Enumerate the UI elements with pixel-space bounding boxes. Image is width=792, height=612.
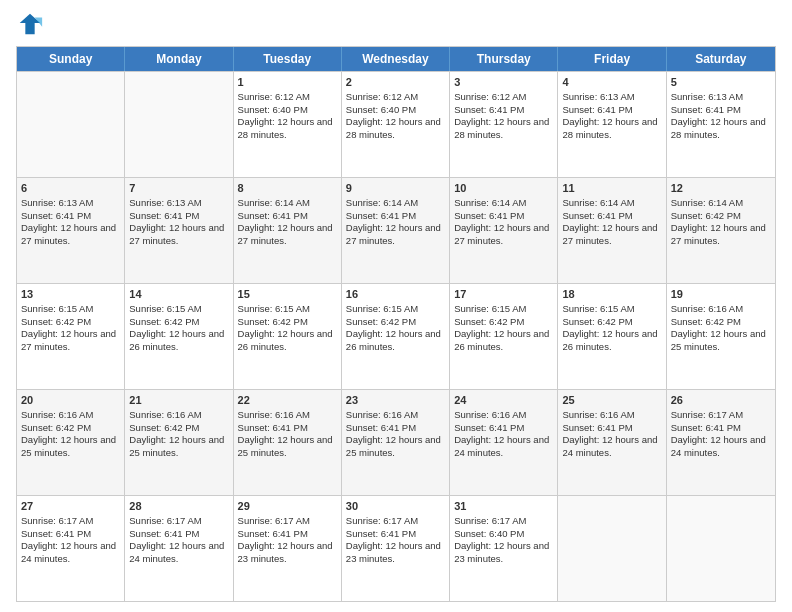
day-info: Sunrise: 6:12 AM Sunset: 6:41 PM Dayligh… — [454, 91, 549, 140]
svg-marker-0 — [20, 14, 41, 35]
day-cell-10: 10Sunrise: 6:14 AM Sunset: 6:41 PM Dayli… — [450, 178, 558, 283]
day-info: Sunrise: 6:15 AM Sunset: 6:42 PM Dayligh… — [346, 303, 441, 352]
day-cell-11: 11Sunrise: 6:14 AM Sunset: 6:41 PM Dayli… — [558, 178, 666, 283]
day-cell-9: 9Sunrise: 6:14 AM Sunset: 6:41 PM Daylig… — [342, 178, 450, 283]
day-number: 24 — [454, 393, 553, 408]
day-header-wednesday: Wednesday — [342, 47, 450, 71]
day-info: Sunrise: 6:16 AM Sunset: 6:41 PM Dayligh… — [454, 409, 549, 458]
calendar-header: SundayMondayTuesdayWednesdayThursdayFrid… — [17, 47, 775, 71]
day-number: 2 — [346, 75, 445, 90]
day-number: 31 — [454, 499, 553, 514]
day-info: Sunrise: 6:16 AM Sunset: 6:41 PM Dayligh… — [562, 409, 657, 458]
day-cell-3: 3Sunrise: 6:12 AM Sunset: 6:41 PM Daylig… — [450, 72, 558, 177]
day-info: Sunrise: 6:12 AM Sunset: 6:40 PM Dayligh… — [346, 91, 441, 140]
calendar-week-5: 27Sunrise: 6:17 AM Sunset: 6:41 PM Dayli… — [17, 495, 775, 601]
empty-cell — [125, 72, 233, 177]
day-number: 25 — [562, 393, 661, 408]
day-info: Sunrise: 6:16 AM Sunset: 6:42 PM Dayligh… — [671, 303, 766, 352]
day-cell-2: 2Sunrise: 6:12 AM Sunset: 6:40 PM Daylig… — [342, 72, 450, 177]
day-number: 16 — [346, 287, 445, 302]
calendar-week-4: 20Sunrise: 6:16 AM Sunset: 6:42 PM Dayli… — [17, 389, 775, 495]
day-info: Sunrise: 6:14 AM Sunset: 6:41 PM Dayligh… — [454, 197, 549, 246]
day-info: Sunrise: 6:14 AM Sunset: 6:41 PM Dayligh… — [346, 197, 441, 246]
empty-cell — [17, 72, 125, 177]
day-number: 7 — [129, 181, 228, 196]
day-header-sunday: Sunday — [17, 47, 125, 71]
day-cell-18: 18Sunrise: 6:15 AM Sunset: 6:42 PM Dayli… — [558, 284, 666, 389]
day-info: Sunrise: 6:15 AM Sunset: 6:42 PM Dayligh… — [562, 303, 657, 352]
day-header-tuesday: Tuesday — [234, 47, 342, 71]
day-cell-19: 19Sunrise: 6:16 AM Sunset: 6:42 PM Dayli… — [667, 284, 775, 389]
day-cell-26: 26Sunrise: 6:17 AM Sunset: 6:41 PM Dayli… — [667, 390, 775, 495]
day-cell-4: 4Sunrise: 6:13 AM Sunset: 6:41 PM Daylig… — [558, 72, 666, 177]
day-info: Sunrise: 6:16 AM Sunset: 6:42 PM Dayligh… — [129, 409, 224, 458]
day-info: Sunrise: 6:13 AM Sunset: 6:41 PM Dayligh… — [21, 197, 116, 246]
day-number: 26 — [671, 393, 771, 408]
day-cell-15: 15Sunrise: 6:15 AM Sunset: 6:42 PM Dayli… — [234, 284, 342, 389]
day-number: 30 — [346, 499, 445, 514]
day-info: Sunrise: 6:14 AM Sunset: 6:41 PM Dayligh… — [238, 197, 333, 246]
day-number: 28 — [129, 499, 228, 514]
day-number: 8 — [238, 181, 337, 196]
day-number: 20 — [21, 393, 120, 408]
calendar-week-1: 1Sunrise: 6:12 AM Sunset: 6:40 PM Daylig… — [17, 71, 775, 177]
day-cell-1: 1Sunrise: 6:12 AM Sunset: 6:40 PM Daylig… — [234, 72, 342, 177]
day-number: 1 — [238, 75, 337, 90]
day-info: Sunrise: 6:17 AM Sunset: 6:41 PM Dayligh… — [671, 409, 766, 458]
day-info: Sunrise: 6:17 AM Sunset: 6:41 PM Dayligh… — [238, 515, 333, 564]
day-number: 21 — [129, 393, 228, 408]
day-info: Sunrise: 6:15 AM Sunset: 6:42 PM Dayligh… — [129, 303, 224, 352]
calendar-body: 1Sunrise: 6:12 AM Sunset: 6:40 PM Daylig… — [17, 71, 775, 601]
day-cell-16: 16Sunrise: 6:15 AM Sunset: 6:42 PM Dayli… — [342, 284, 450, 389]
day-info: Sunrise: 6:17 AM Sunset: 6:41 PM Dayligh… — [346, 515, 441, 564]
day-number: 13 — [21, 287, 120, 302]
day-cell-5: 5Sunrise: 6:13 AM Sunset: 6:41 PM Daylig… — [667, 72, 775, 177]
empty-cell — [558, 496, 666, 601]
header — [16, 10, 776, 38]
day-number: 29 — [238, 499, 337, 514]
day-cell-6: 6Sunrise: 6:13 AM Sunset: 6:41 PM Daylig… — [17, 178, 125, 283]
calendar-week-2: 6Sunrise: 6:13 AM Sunset: 6:41 PM Daylig… — [17, 177, 775, 283]
day-cell-20: 20Sunrise: 6:16 AM Sunset: 6:42 PM Dayli… — [17, 390, 125, 495]
day-info: Sunrise: 6:15 AM Sunset: 6:42 PM Dayligh… — [21, 303, 116, 352]
calendar: SundayMondayTuesdayWednesdayThursdayFrid… — [16, 46, 776, 602]
day-cell-14: 14Sunrise: 6:15 AM Sunset: 6:42 PM Dayli… — [125, 284, 233, 389]
logo-icon — [16, 10, 44, 38]
day-number: 5 — [671, 75, 771, 90]
day-cell-24: 24Sunrise: 6:16 AM Sunset: 6:41 PM Dayli… — [450, 390, 558, 495]
day-info: Sunrise: 6:17 AM Sunset: 6:41 PM Dayligh… — [21, 515, 116, 564]
day-number: 15 — [238, 287, 337, 302]
day-info: Sunrise: 6:17 AM Sunset: 6:41 PM Dayligh… — [129, 515, 224, 564]
day-number: 17 — [454, 287, 553, 302]
day-number: 11 — [562, 181, 661, 196]
day-header-friday: Friday — [558, 47, 666, 71]
day-info: Sunrise: 6:14 AM Sunset: 6:42 PM Dayligh… — [671, 197, 766, 246]
day-cell-31: 31Sunrise: 6:17 AM Sunset: 6:40 PM Dayli… — [450, 496, 558, 601]
day-header-monday: Monday — [125, 47, 233, 71]
day-info: Sunrise: 6:15 AM Sunset: 6:42 PM Dayligh… — [454, 303, 549, 352]
day-number: 3 — [454, 75, 553, 90]
day-cell-17: 17Sunrise: 6:15 AM Sunset: 6:42 PM Dayli… — [450, 284, 558, 389]
day-cell-12: 12Sunrise: 6:14 AM Sunset: 6:42 PM Dayli… — [667, 178, 775, 283]
day-number: 4 — [562, 75, 661, 90]
day-number: 9 — [346, 181, 445, 196]
day-info: Sunrise: 6:16 AM Sunset: 6:41 PM Dayligh… — [238, 409, 333, 458]
day-info: Sunrise: 6:15 AM Sunset: 6:42 PM Dayligh… — [238, 303, 333, 352]
day-header-thursday: Thursday — [450, 47, 558, 71]
day-info: Sunrise: 6:14 AM Sunset: 6:41 PM Dayligh… — [562, 197, 657, 246]
day-cell-7: 7Sunrise: 6:13 AM Sunset: 6:41 PM Daylig… — [125, 178, 233, 283]
logo — [16, 10, 48, 38]
day-cell-8: 8Sunrise: 6:14 AM Sunset: 6:41 PM Daylig… — [234, 178, 342, 283]
day-cell-25: 25Sunrise: 6:16 AM Sunset: 6:41 PM Dayli… — [558, 390, 666, 495]
day-number: 22 — [238, 393, 337, 408]
day-info: Sunrise: 6:12 AM Sunset: 6:40 PM Dayligh… — [238, 91, 333, 140]
day-cell-28: 28Sunrise: 6:17 AM Sunset: 6:41 PM Dayli… — [125, 496, 233, 601]
day-number: 14 — [129, 287, 228, 302]
day-info: Sunrise: 6:13 AM Sunset: 6:41 PM Dayligh… — [562, 91, 657, 140]
day-info: Sunrise: 6:17 AM Sunset: 6:40 PM Dayligh… — [454, 515, 549, 564]
day-info: Sunrise: 6:13 AM Sunset: 6:41 PM Dayligh… — [129, 197, 224, 246]
day-cell-23: 23Sunrise: 6:16 AM Sunset: 6:41 PM Dayli… — [342, 390, 450, 495]
calendar-week-3: 13Sunrise: 6:15 AM Sunset: 6:42 PM Dayli… — [17, 283, 775, 389]
day-number: 10 — [454, 181, 553, 196]
day-cell-27: 27Sunrise: 6:17 AM Sunset: 6:41 PM Dayli… — [17, 496, 125, 601]
